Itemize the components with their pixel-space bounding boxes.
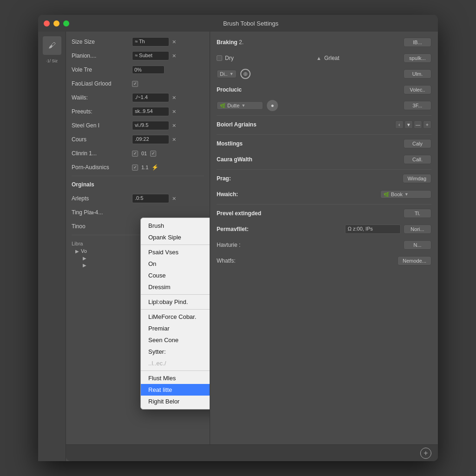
- preeuts-label: Preeuts:: [72, 108, 132, 115]
- ib-button[interactable]: IB...: [403, 38, 431, 47]
- planion-value: ≈ Subet ✕: [132, 51, 204, 60]
- arlepts-input[interactable]: .0:5: [132, 194, 169, 203]
- size-size-row: Size Size ≈ Th ✕: [72, 36, 204, 47]
- menu-item-reat[interactable]: Reat litte: [141, 384, 210, 396]
- globe-icon[interactable]: ⊕: [240, 69, 251, 79]
- porn-audisnics-check[interactable]: ✓: [132, 165, 138, 171]
- whatfs-row: Whatfs: Nemode...: [217, 255, 431, 267]
- bottom-bar: +: [66, 444, 438, 461]
- preeuts-row: Preeuts: sk..9.54 ✕: [72, 106, 204, 117]
- menu-item-limeforce[interactable]: LiMeForce Cobar.: [141, 311, 210, 323]
- braking-row: Braking 2. IB...: [217, 36, 431, 48]
- menu-item-reat-label: Reat litte: [148, 386, 172, 393]
- preeuts-input[interactable]: sk..9.54: [132, 107, 169, 116]
- ulm-button[interactable]: Ulm.: [403, 69, 431, 79]
- minimize-button[interactable]: [53, 20, 60, 26]
- dry-checkbox[interactable]: [217, 55, 222, 61]
- 3f-button[interactable]: 3F...: [403, 101, 431, 110]
- menu-item-on[interactable]: On: [141, 258, 210, 270]
- havturie-row: Havturie : N...: [217, 239, 431, 251]
- menu-separator-1: [141, 245, 210, 245]
- stepper-down[interactable]: ▼: [404, 120, 413, 129]
- di-dropdown[interactable]: Di.. ▼: [217, 70, 237, 78]
- porn-audisnics-row: Porn-Audisnics ✓ 1.1 ⚡: [72, 162, 204, 173]
- wimdag-button[interactable]: Wimdag: [403, 174, 431, 183]
- n-button[interactable]: N...: [403, 240, 431, 250]
- add-button[interactable]: +: [420, 448, 431, 459]
- arlepts-clear[interactable]: ✕: [172, 196, 176, 202]
- steel-gen-row: Steel Gen I vi./9.5 ✕: [72, 120, 204, 131]
- orginals-label: Orginals: [72, 181, 132, 188]
- menu-item-lipl-label: Lipl:obay Pind.: [148, 298, 188, 305]
- caura-strong: Caura gWalth: [217, 156, 252, 163]
- waiils-clear[interactable]: ✕: [172, 95, 176, 101]
- menu-item-righit[interactable]: Righit Belor: [141, 396, 210, 407]
- menu-item-flust[interactable]: Flust Mles: [141, 372, 210, 384]
- proclucic-strong: Proclucic: [217, 86, 242, 93]
- menu-item-seen-cone[interactable]: Seen Cone: [141, 334, 210, 346]
- caura-row: Caura gWalth Call.: [217, 153, 431, 165]
- ting-plaq-row: Ting Plaᵵ-4...: [72, 207, 204, 218]
- title-bar: Brush Tobol Settings: [38, 15, 438, 32]
- spuik-button[interactable]: spuIk...: [403, 53, 431, 63]
- arlepts-row: Arlepts .0:5 ✕: [72, 193, 204, 204]
- call-button[interactable]: Call.: [403, 155, 431, 164]
- brush-tool-icon[interactable]: 🖌: [43, 36, 61, 55]
- menu-item-flust-label: Flust Mles: [148, 375, 176, 382]
- menu-item-sytter[interactable]: Sytter:: [141, 346, 210, 357]
- preeuts-clear[interactable]: ✕: [172, 109, 176, 115]
- tree-arrow-icon: ▶: [75, 249, 79, 254]
- vole-tre-value: 0%: [132, 66, 204, 74]
- menu-item-opank[interactable]: Opank Siple ▶: [141, 231, 210, 243]
- nori-button[interactable]: Nori...: [403, 225, 431, 234]
- stepper-left[interactable]: ‹: [395, 120, 403, 129]
- traffic-lights: [44, 20, 69, 26]
- hwaich-row: Hwaich: 🌿 Book ▼: [217, 188, 431, 200]
- tl-button[interactable]: Tl.: [403, 209, 431, 218]
- dutte-dropdown[interactable]: 🌿 Dutte ▼: [217, 101, 263, 110]
- menu-separator-4: [141, 370, 210, 371]
- steel-gen-clear[interactable]: ✕: [172, 123, 176, 129]
- nemode-button[interactable]: Nemode...: [397, 256, 431, 265]
- menu-item-disabled-label: ..l..ec./: [148, 360, 166, 367]
- cours-clear[interactable]: ✕: [172, 137, 176, 143]
- menu-item-brush[interactable]: Brush: [141, 220, 210, 231]
- menu-item-dressim[interactable]: Dressim ▶: [141, 281, 210, 293]
- menu-item-dressim-label: Dressim: [148, 284, 171, 291]
- clinrin-check1[interactable]: ✓: [132, 151, 138, 157]
- havturie-label: Havturie :: [217, 242, 403, 248]
- vole-tre-input[interactable]: 0%: [132, 66, 165, 74]
- faoliasl-checkbox[interactable]: ✓: [132, 81, 138, 87]
- stepper-plus[interactable]: +: [423, 120, 431, 129]
- hwaich-leaf: 🌿: [383, 192, 389, 197]
- steel-gen-input[interactable]: vi./9.5: [132, 121, 169, 130]
- dry-grleat-row: Dry ▲ Grleat spuIk...: [217, 52, 431, 64]
- permavfllet-value: Ω z:00, IPs: [348, 226, 373, 231]
- arlepts-value: .0:5 ✕: [132, 194, 204, 203]
- menu-item-couse[interactable]: Couse ▶: [141, 270, 210, 281]
- dutte-circle-icon[interactable]: ●: [267, 100, 278, 111]
- waiils-input[interactable]: ./~1.4: [132, 93, 169, 102]
- menu-item-psaid[interactable]: Psaid Vses: [141, 246, 210, 258]
- maximize-button[interactable]: [63, 20, 69, 26]
- planion-input[interactable]: ≈ Subet: [132, 51, 169, 60]
- cours-input[interactable]: .09:22: [132, 135, 169, 144]
- clinrin-check2[interactable]: ✓: [150, 151, 156, 157]
- close-button[interactable]: [44, 20, 50, 26]
- menu-item-premiar[interactable]: Premiar: [141, 323, 210, 334]
- steel-gen-value: vi./9.5 ✕: [132, 121, 204, 130]
- clinrin-value: ✓ 01 ✓: [132, 151, 204, 157]
- waiils-value: ./~1.4 ✕: [132, 93, 204, 102]
- hwaich-dropdown[interactable]: 🌿 Book ▼: [380, 190, 431, 198]
- faoliasl-row: FaoLiasl GrIood ✓: [72, 78, 204, 89]
- size-size-clear[interactable]: ✕: [172, 39, 176, 45]
- braking-label: Braking 2.: [217, 39, 403, 46]
- size-size-input[interactable]: ≈ Th: [132, 37, 169, 46]
- volec-button[interactable]: Volec..: [403, 85, 431, 94]
- planion-row: Planion.... ≈ Subet ✕: [72, 50, 204, 61]
- permavfllet-input[interactable]: Ω z:00, IPs: [345, 225, 401, 234]
- planion-clear[interactable]: ✕: [172, 53, 176, 59]
- stepper-minus[interactable]: —: [414, 120, 422, 129]
- menu-item-lipl[interactable]: Lipl:obay Pind.: [141, 296, 210, 308]
- caly-button[interactable]: Caly: [403, 139, 431, 148]
